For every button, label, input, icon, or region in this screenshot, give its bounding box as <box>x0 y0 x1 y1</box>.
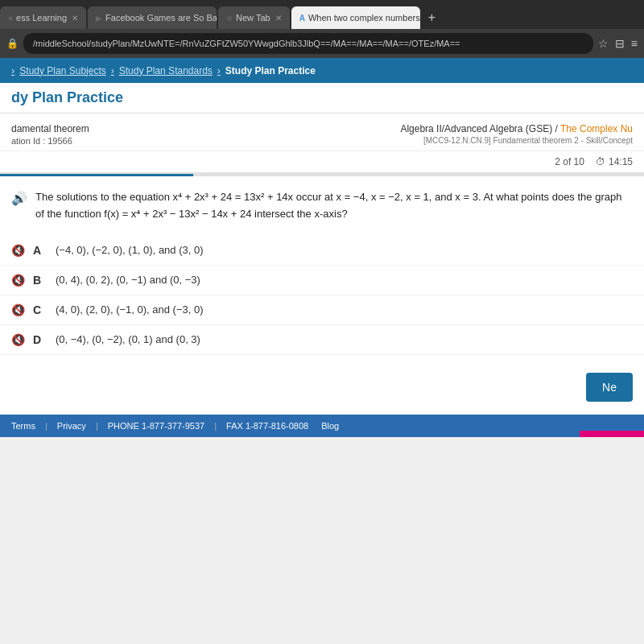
page-title: dy Plan Practice <box>11 89 633 106</box>
footer-phone: PHONE 1-877-377-9537 <box>108 421 204 431</box>
breadcrumb-home-icon: › <box>11 64 14 76</box>
next-btn-area: Ne <box>0 360 644 415</box>
footer-terms[interactable]: Terms <box>11 421 35 431</box>
tab-facebook-label: Facebook Games are So Bad <box>105 13 217 23</box>
tab-complex-label: When two complex numbers <box>308 13 420 23</box>
answers-list: 🔇 A (−4, 0), (−2, 0), (1, 0), and (3, 0)… <box>0 231 644 360</box>
answer-b-text: (0, 4), (0, 2), (0, −1) and (0, −3) <box>56 274 200 286</box>
question-container: damental theorem ation Id : 19566 Algebr… <box>0 114 644 415</box>
answer-row-b[interactable]: 🔇 B (0, 4), (0, 2), (0, −1) and (0, −3) <box>0 266 644 295</box>
subject-text: Algebra II/Advanced Algebra (GSE) <box>400 123 552 134</box>
standard-label: [MCC9-12.N.CN.9] Fundamental theorem 2 -… <box>400 136 633 145</box>
tab-newtab-label: New Tab <box>236 13 270 23</box>
breadcrumb-standards[interactable]: Study Plan Standards <box>119 65 213 76</box>
tab-learning[interactable]: ● ess Learning ✕ <box>0 6 86 29</box>
youtube-icon: ▶ <box>96 14 102 23</box>
answer-b-letter: B <box>33 274 47 287</box>
answer-a-audio-icon[interactable]: 🔇 <box>11 244 25 257</box>
question-text: The solutions to the equation x⁴ + 2x³ +… <box>35 189 633 223</box>
answer-c-text: (4, 0), (2, 0), (−1, 0), and (−3, 0) <box>56 303 204 316</box>
browser-chrome: ● ess Learning ✕ ▶ Facebook Games are So… <box>0 0 644 58</box>
footer-sep-3: | <box>214 421 217 431</box>
answer-row-c[interactable]: 🔇 C (4, 0), (2, 0), (−1, 0), and (−3, 0) <box>0 295 644 325</box>
page-title-bar: dy Plan Practice <box>0 83 644 114</box>
question-progress: 2 of 10 ⏱ 14:15 <box>0 151 644 174</box>
address-input[interactable] <box>23 33 593 54</box>
address-bar: 🔒 ☆ ⊟ ≡ <box>0 29 644 58</box>
new-tab-button[interactable]: + <box>422 6 442 29</box>
answer-row-d[interactable]: 🔇 D (0, −4), (0, −2), (0, 1) and (0, 3) <box>0 325 644 355</box>
breadcrumb-sep-1: › <box>111 65 114 76</box>
timer-value: 14:15 <box>609 156 633 167</box>
menu-icon[interactable]: ≡ <box>631 37 638 50</box>
footer-blog[interactable]: Blog <box>321 421 339 431</box>
progress-count: 2 of 10 <box>555 156 584 167</box>
question-header: damental theorem ation Id : 19566 Algebr… <box>0 114 644 151</box>
next-button[interactable]: Ne <box>586 373 633 402</box>
question-id: ation Id : 19566 <box>11 136 89 146</box>
main-page: › Study Plan Subjects › Study Plan Stand… <box>0 58 644 415</box>
answer-c-audio-icon[interactable]: 🔇 <box>11 303 25 316</box>
answer-d-text: (0, −4), (0, −2), (0, 1) and (0, 3) <box>56 333 200 345</box>
close-tab-3-icon[interactable]: ✕ <box>275 14 282 23</box>
theorem-label: damental theorem <box>11 123 89 134</box>
question-audio-button[interactable]: 🔊 <box>11 191 27 206</box>
answer-d-letter: D <box>33 333 47 346</box>
tab-learning-label: ess Learning <box>16 13 67 23</box>
tab-bar: ● ess Learning ✕ ▶ Facebook Games are So… <box>0 0 644 29</box>
answer-b-audio-icon[interactable]: 🔇 <box>11 274 25 287</box>
subject-label: Algebra II/Advanced Algebra (GSE) / The … <box>400 123 633 134</box>
complex-link[interactable]: The Complex Nu <box>560 123 633 134</box>
bookmark-icon[interactable]: ⊟ <box>615 37 625 50</box>
question-meta-right: Algebra II/Advanced Algebra (GSE) / The … <box>400 123 633 145</box>
tab-facebook[interactable]: ▶ Facebook Games are So Bad ✕ <box>88 6 217 29</box>
lock-icon: 🔒 <box>6 38 19 49</box>
close-tab-1-icon[interactable]: ✕ <box>72 14 78 23</box>
breadcrumb-practice[interactable]: Study Plan Practice <box>225 65 316 76</box>
question-body: 🔊 The solutions to the equation x⁴ + 2x³… <box>0 176 644 231</box>
answer-a-letter: A <box>33 244 47 257</box>
question-meta-left: damental theorem ation Id : 19566 <box>11 123 89 146</box>
answer-a-text: (−4, 0), (−2, 0), (1, 0), and (3, 0) <box>56 244 204 256</box>
footer-fax: FAX 1-877-816-0808 <box>226 421 308 431</box>
footer: Terms | Privacy | PHONE 1-877-377-9537 |… <box>0 415 644 437</box>
footer-privacy[interactable]: Privacy <box>57 421 86 431</box>
breadcrumb-subjects[interactable]: Study Plan Subjects <box>19 65 105 76</box>
tab-complex-icon: A <box>299 14 305 23</box>
star-icon[interactable]: ☆ <box>598 37 609 50</box>
footer-sep-1: | <box>45 421 47 431</box>
answer-d-audio-icon[interactable]: 🔇 <box>11 333 25 346</box>
tab-complex[interactable]: A When two complex numbers ✕ <box>291 6 420 29</box>
breadcrumb-sep-2: › <box>217 65 221 76</box>
tab-newtab[interactable]: ⊕ New Tab ✕ <box>218 6 290 29</box>
footer-sep-2: | <box>96 421 98 431</box>
tab-learning-icon: ● <box>8 14 13 23</box>
breadcrumb: › Study Plan Subjects › Study Plan Stand… <box>0 58 644 83</box>
answer-row-a[interactable]: 🔇 A (−4, 0), (−2, 0), (1, 0), and (3, 0) <box>0 236 644 266</box>
clock-icon: ⏱ <box>596 156 605 167</box>
answer-c-letter: C <box>33 303 47 316</box>
tab-newtab-icon: ⊕ <box>226 14 233 23</box>
timer: ⏱ 14:15 <box>596 156 633 167</box>
browser-toolbar-icons: ☆ ⊟ ≡ <box>598 37 638 50</box>
pink-accent-bar <box>580 431 644 437</box>
